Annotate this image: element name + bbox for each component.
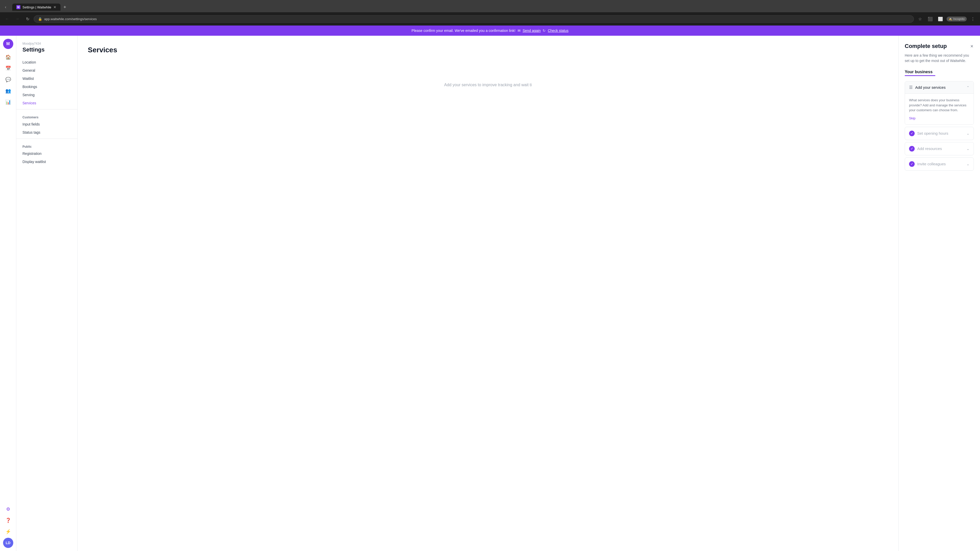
sidebar-item-registration[interactable]: Registration: [16, 149, 77, 158]
setup-item-add-resources-header[interactable]: ✓ Add resources ⌄: [905, 142, 974, 155]
tab-back-btn[interactable]: ‹: [2, 3, 9, 11]
opening-hours-title: Set opening hours: [917, 131, 948, 135]
announcement-text: Please confirm your email. We've emailed…: [412, 29, 515, 33]
setup-item-add-services: ☰ Add your services ⌃ What services does…: [905, 81, 974, 125]
settings-sidebar: Moodjoy7434 Settings Location General Wa…: [16, 36, 78, 551]
sidebar-item-waitlist[interactable]: Waitlist: [16, 75, 77, 83]
sidebar-item-input-fields[interactable]: Input fields: [16, 120, 77, 128]
check-status-link[interactable]: Check status: [548, 29, 568, 33]
add-services-skip-link[interactable]: Skip: [909, 116, 915, 120]
setup-item-add-services-body: What services does your business provide…: [905, 94, 974, 124]
settings-icon-btn[interactable]: ⚙: [3, 504, 13, 514]
incognito-icon: 🕵: [948, 17, 952, 21]
setup-item-add-services-header[interactable]: ☰ Add your services ⌃: [905, 81, 974, 94]
setup-panel-description: Here are a few thing we recommend you se…: [905, 53, 974, 64]
announcement-bar: Please confirm your email. We've emailed…: [0, 25, 980, 36]
setup-item-opening-hours: ✓ Set opening hours ⌄: [905, 127, 974, 140]
sidebar-item-status-tags[interactable]: Status tags: [16, 128, 77, 137]
setup-item-invite-colleagues-left: ✓ Invite colleagues: [909, 161, 946, 167]
url-text: app.waitwhile.com/settings/services: [44, 17, 97, 21]
add-services-chevron-icon: ⌃: [966, 86, 969, 89]
browser-chrome: ‹ M Settings | Waitwhile ✕ + ← → ↻ 🔒 app…: [0, 0, 980, 25]
analytics-icon-btn[interactable]: 📊: [3, 97, 13, 107]
incognito-label: Incognito: [953, 17, 965, 21]
sidebar-section-customers: Customers: [16, 111, 77, 120]
setup-section-title: Your business: [905, 70, 974, 74]
setup-item-invite-colleagues: ✓ Invite colleagues ⌄: [905, 157, 974, 171]
sidebar-item-services[interactable]: Services: [16, 99, 77, 107]
setup-item-invite-colleagues-header[interactable]: ✓ Invite colleagues ⌄: [905, 158, 974, 170]
settings-header: Moodjoy7434 Settings: [16, 42, 77, 58]
nav-refresh-button[interactable]: ↻: [24, 15, 32, 23]
new-tab-button[interactable]: +: [62, 3, 68, 11]
sidebar-item-location[interactable]: Location: [16, 58, 77, 66]
empty-state: Add your services to improve tracking an…: [88, 62, 888, 108]
setup-section-underline: [905, 75, 935, 76]
setup-item-add-services-left: ☰ Add your services: [909, 85, 945, 90]
bookmark-button[interactable]: ☆: [916, 15, 924, 23]
email-icon: ✉: [517, 29, 520, 33]
nav-forward-button[interactable]: →: [13, 15, 21, 23]
help-icon-btn[interactable]: ❓: [3, 515, 13, 526]
main-content: Services Add your services to improve tr…: [78, 36, 898, 551]
tab-favicon: M: [16, 5, 21, 9]
profile-button[interactable]: ⬜: [936, 15, 945, 23]
incognito-badge: 🕵 Incognito: [947, 17, 967, 21]
setup-panel-title: Complete setup: [905, 43, 947, 49]
settings-divider-1: [16, 109, 77, 110]
notifications-icon-btn[interactable]: ⚡: [3, 527, 13, 537]
sidebar-item-display-waitlist[interactable]: Display waitlist: [16, 158, 77, 166]
user-avatar[interactable]: M: [3, 39, 13, 49]
team-icon-btn[interactable]: 👥: [3, 86, 13, 96]
add-services-description: What services does your business provide…: [909, 98, 969, 113]
user-initials-avatar[interactable]: LD: [3, 538, 13, 548]
sidebar-item-bookings[interactable]: Bookings: [16, 83, 77, 91]
setup-item-opening-hours-left: ✓ Set opening hours: [909, 130, 948, 136]
setup-item-add-resources: ✓ Add resources ⌄: [905, 142, 974, 156]
home-icon-btn[interactable]: 🏠: [3, 52, 13, 62]
invite-colleagues-check-icon: ✓: [909, 161, 915, 167]
invite-colleagues-chevron-icon: ⌄: [966, 162, 969, 166]
setup-panel-close-button[interactable]: ×: [970, 43, 974, 50]
settings-title: Settings: [22, 46, 71, 53]
browser-nav: ← → ↻ 🔒 app.waitwhile.com/settings/servi…: [0, 12, 980, 25]
add-services-title: Add your services: [915, 85, 945, 89]
opening-hours-chevron-icon: ⌄: [966, 131, 969, 135]
chat-icon-btn[interactable]: 💬: [3, 75, 13, 85]
add-services-icon: ☰: [909, 85, 913, 90]
sidebar-item-serving[interactable]: Serving: [16, 91, 77, 99]
browser-tab-bar: ‹ M Settings | Waitwhile ✕ +: [0, 0, 980, 12]
calendar-icon-btn[interactable]: 📅: [3, 63, 13, 73]
opening-hours-check-icon: ✓: [909, 130, 915, 136]
url-bar[interactable]: 🔒 app.waitwhile.com/settings/services: [34, 15, 914, 23]
icon-sidebar: M 🏠 📅 💬 👥 📊 ⚙ ❓ ⚡ LD: [0, 36, 16, 551]
app-body: M 🏠 📅 💬 👥 📊 ⚙ ❓ ⚡ LD Moodjoy7434 Setting…: [0, 36, 980, 551]
nav-right: ☆ ⬛ ⬜ 🕵 Incognito ⋮: [916, 15, 977, 23]
sidebar-section-public: Public: [16, 141, 77, 149]
browser-tab-active[interactable]: M Settings | Waitwhile ✕: [12, 3, 60, 11]
add-resources-title: Add resources: [917, 146, 942, 151]
tab-close-button[interactable]: ✕: [53, 5, 56, 9]
menu-button[interactable]: ⋮: [969, 15, 977, 23]
page-title: Services: [88, 46, 888, 54]
setup-panel-header: Complete setup ×: [905, 43, 974, 50]
sidebar-item-general[interactable]: General: [16, 66, 77, 75]
setup-item-opening-hours-header[interactable]: ✓ Set opening hours ⌄: [905, 127, 974, 140]
tab-actions: ‹: [2, 3, 9, 11]
refresh-icon: ↻: [542, 29, 546, 33]
extensions-button[interactable]: ⬛: [926, 15, 934, 23]
empty-state-text: Add your services to improve tracking an…: [444, 83, 531, 87]
send-again-link[interactable]: Send again: [523, 29, 541, 33]
settings-divider-2: [16, 138, 77, 139]
nav-back-button[interactable]: ←: [3, 15, 11, 23]
add-resources-check-icon: ✓: [909, 146, 915, 151]
setup-item-add-resources-left: ✓ Add resources: [909, 146, 942, 151]
app-container: Please confirm your email. We've emailed…: [0, 25, 980, 551]
setup-panel: Complete setup × Here are a few thing we…: [898, 36, 980, 551]
invite-colleagues-title: Invite colleagues: [917, 162, 946, 166]
settings-user: Moodjoy7434: [22, 42, 71, 45]
tab-label: Settings | Waitwhile: [22, 5, 51, 9]
add-resources-chevron-icon: ⌄: [966, 147, 969, 151]
